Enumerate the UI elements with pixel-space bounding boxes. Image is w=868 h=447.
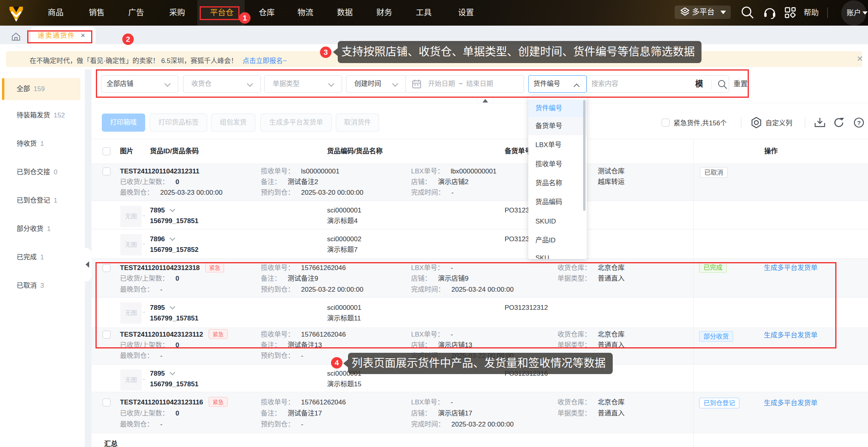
svg-text:?: ? (857, 119, 861, 126)
